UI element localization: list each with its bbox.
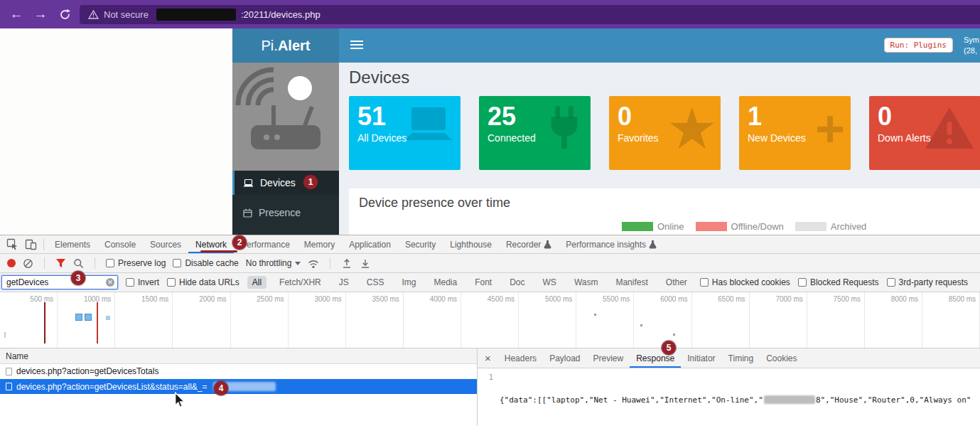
invert-checkbox[interactable]: Invert xyxy=(126,277,159,287)
timeline-tick: 3500 ms xyxy=(346,292,404,348)
menu-toggle-icon[interactable] xyxy=(350,41,363,51)
annotation-badge-1: 1 xyxy=(303,175,318,189)
legend-swatch-archived xyxy=(795,222,826,231)
requests-name-header[interactable]: Name xyxy=(0,348,477,364)
navbar-right-line2: (28, xyxy=(964,46,979,56)
request-row-get-devices-totals[interactable]: devices.php?action=getDevicesTotals xyxy=(0,364,477,379)
filter-icon[interactable] xyxy=(55,258,66,268)
export-har-icon[interactable] xyxy=(360,258,371,269)
tab-headers[interactable]: Headers xyxy=(498,348,543,368)
timeline-tick: 2000 ms xyxy=(173,292,230,348)
tab-recorder[interactable]: Recorder xyxy=(499,235,559,253)
hide-data-urls-checkbox[interactable]: Hide data URLs xyxy=(167,277,239,287)
requests-table: Name devices.php?action=getDevicesTotals… xyxy=(0,348,478,426)
network-overview-timeline[interactable]: 500 ms 1000 ms 1500 ms 2000 ms 2500 ms 3… xyxy=(0,292,980,348)
browser-toolbar: ← → Not secure :20211/devices.php xyxy=(0,0,980,28)
filter-type-media[interactable]: Media xyxy=(429,276,462,289)
address-bar[interactable]: Not secure :20211/devices.php xyxy=(80,5,980,24)
forward-icon[interactable]: → xyxy=(28,4,53,25)
tab-security[interactable]: Security xyxy=(398,235,443,253)
annotation-underline-network xyxy=(200,250,237,252)
filter-type-js[interactable]: JS xyxy=(334,276,354,289)
filter-type-other[interactable]: Other xyxy=(661,276,692,289)
stat-card-all-devices[interactable]: 51 All Devices xyxy=(349,96,461,170)
sidebar: Pi.Alert xyxy=(232,28,339,235)
timeline-tick: 500 ms xyxy=(0,292,58,348)
stat-card-favorites[interactable]: 0 Favorites ★ xyxy=(609,96,721,170)
experiment-flask-icon xyxy=(544,240,551,249)
checkbox[interactable] xyxy=(167,278,176,287)
device-toolbar-icon[interactable] xyxy=(21,235,40,253)
reload-icon[interactable] xyxy=(53,4,77,25)
disable-cache-checkbox[interactable]: Disable cache xyxy=(173,258,238,268)
run-plugins-button[interactable]: Run: Plugins xyxy=(884,38,953,53)
clear-icon[interactable] xyxy=(23,258,33,269)
chart-legend: Online Offline/Down Archived xyxy=(622,221,866,232)
legend-item-archived: Archived xyxy=(795,221,867,232)
tab-console[interactable]: Console xyxy=(97,235,143,253)
filter-type-all[interactable]: All xyxy=(247,276,266,289)
response-text-after: 8","House","Router",0,"Always on" xyxy=(816,395,971,405)
tab-cookies[interactable]: Cookies xyxy=(760,348,803,368)
record-icon[interactable] xyxy=(7,259,16,267)
tab-lighthouse[interactable]: Lighthouse xyxy=(443,235,499,253)
filter-type-wasm[interactable]: Wasm xyxy=(569,276,603,289)
checkbox[interactable] xyxy=(798,278,807,287)
throttling-dropdown[interactable]: No throttling xyxy=(246,258,301,268)
back-icon[interactable]: ← xyxy=(4,4,28,25)
tab-application[interactable]: Application xyxy=(342,235,398,253)
not-secure-label: Not secure xyxy=(104,9,149,20)
checkbox[interactable] xyxy=(126,278,134,287)
document-icon xyxy=(6,368,12,376)
third-party-requests-checkbox[interactable]: 3rd-party requests xyxy=(887,277,968,287)
response-viewer[interactable]: 1 {"data":[["laptop","Net - Huawei","Int… xyxy=(478,368,980,426)
request-row-get-devices-list[interactable]: devices.php?action=getDevicesList&status… xyxy=(0,379,477,394)
filter-type-ws[interactable]: WS xyxy=(538,276,561,289)
tab-memory[interactable]: Memory xyxy=(297,235,342,253)
checkbox[interactable] xyxy=(887,278,895,287)
sidebar-item-presence[interactable]: Presence xyxy=(232,201,339,225)
stat-card-connected[interactable]: 25 Connected xyxy=(479,96,591,170)
tab-initiator[interactable]: Initiator xyxy=(681,348,721,368)
stat-card-new-devices[interactable]: 1 New Devices + xyxy=(739,96,851,170)
stat-card-down-alerts[interactable]: 0 Down Alerts xyxy=(869,96,980,170)
filter-type-fetch-xhr[interactable]: Fetch/XHR xyxy=(274,276,326,289)
filter-type-img[interactable]: Img xyxy=(397,276,421,289)
filter-type-css[interactable]: CSS xyxy=(362,276,389,289)
sidebar-item-devices[interactable]: Devices xyxy=(232,171,339,195)
checkbox[interactable] xyxy=(700,278,709,287)
url-redacted-host xyxy=(156,9,236,21)
import-har-icon[interactable] xyxy=(341,258,352,269)
navbar-right-line1: Sym xyxy=(964,35,979,46)
request-details-panel: × Headers Payload Preview Response Initi… xyxy=(478,348,980,426)
preserve-log-checkbox[interactable]: Preserve log xyxy=(106,258,166,268)
has-blocked-cookies-checkbox[interactable]: Has blocked cookies xyxy=(700,277,790,287)
search-icon[interactable] xyxy=(73,258,84,269)
annotation-badge-5: 5 xyxy=(662,341,676,355)
network-toolbar: Preserve log Disable cache No throttling xyxy=(0,254,980,273)
tab-payload[interactable]: Payload xyxy=(543,348,586,368)
inspect-element-icon[interactable] xyxy=(3,235,21,253)
timeline-activity-mark xyxy=(594,314,596,316)
filter-type-manifest[interactable]: Manifest xyxy=(610,276,652,289)
close-icon[interactable]: × xyxy=(478,352,498,364)
tab-performance-insights[interactable]: Performance insights xyxy=(559,235,664,253)
checkbox[interactable] xyxy=(106,259,114,267)
checkbox[interactable] xyxy=(173,259,181,267)
tab-elements[interactable]: Elements xyxy=(48,235,97,253)
tab-preview[interactable]: Preview xyxy=(587,348,630,368)
blocked-requests-checkbox[interactable]: Blocked Requests xyxy=(798,277,879,287)
stat-cards: 51 All Devices 25 Connected xyxy=(349,96,980,170)
legend-swatch-online xyxy=(622,222,653,231)
app-logo[interactable]: Pi.Alert xyxy=(232,28,339,63)
network-conditions-icon[interactable] xyxy=(308,258,319,269)
timeline-tick: 2500 ms xyxy=(231,292,289,348)
filter-type-doc[interactable]: Doc xyxy=(505,276,529,289)
annotation-badge-4: 4 xyxy=(214,381,228,395)
filter-input[interactable]: getDevices ✕ xyxy=(1,275,118,289)
timeline-tick: 1500 ms xyxy=(115,292,173,348)
tab-timing[interactable]: Timing xyxy=(722,348,760,368)
tab-sources[interactable]: Sources xyxy=(143,235,188,253)
clear-filter-icon[interactable]: ✕ xyxy=(106,278,114,287)
filter-type-font[interactable]: Font xyxy=(470,276,497,289)
